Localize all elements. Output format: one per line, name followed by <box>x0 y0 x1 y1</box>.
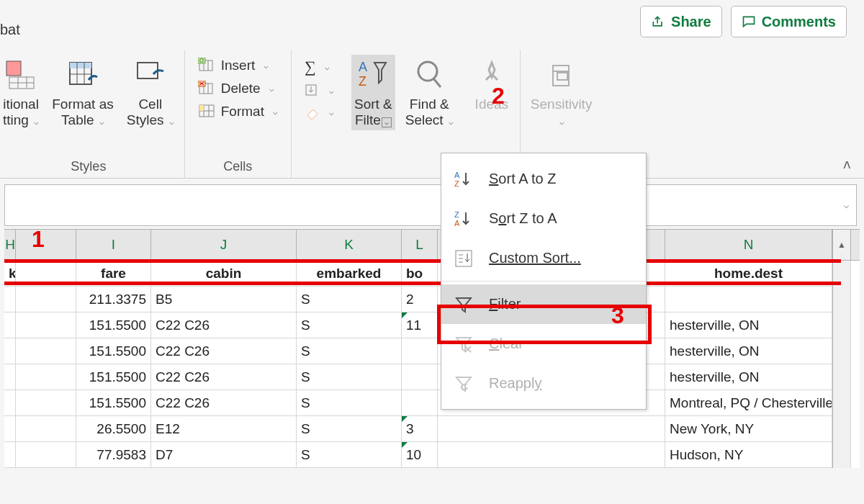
svg-text:A: A <box>359 60 367 74</box>
conditional-formatting-button[interactable]: itionaltting ⌵ <box>0 55 42 130</box>
col-k[interactable]: K <box>297 230 402 260</box>
sensitivity-button[interactable]: Sensitivity⌵ <box>528 55 595 130</box>
styles-group-label: Styles <box>0 159 177 179</box>
svg-text:Z: Z <box>359 74 366 89</box>
share-button[interactable]: Share <box>640 6 722 37</box>
table-row[interactable]: 77.9583 D7 S 10 Hudson, NY <box>4 442 860 468</box>
editing-group: ∑⌵ ⌵ ⌵ A Z So <box>292 50 464 179</box>
format-icon <box>198 104 215 120</box>
fill-button[interactable]: ⌵ <box>299 81 340 101</box>
svg-rect-41 <box>456 251 472 266</box>
svg-rect-0 <box>6 61 21 76</box>
svg-rect-28 <box>199 105 204 111</box>
sort-filter-button[interactable]: A Z Sort &Filte⌵ <box>351 55 395 130</box>
autosum-button[interactable]: ∑⌵ <box>299 55 340 79</box>
table-row[interactable]: 151.5500 C22 C26 S 11 hesterville, ON <box>4 312 860 338</box>
cells-group-label: Cells <box>192 159 284 179</box>
clear-button[interactable]: ⌵ <box>299 102 340 122</box>
cell-styles-icon <box>132 56 168 95</box>
collapse-ribbon-button[interactable]: ʌ <box>843 156 851 172</box>
svg-rect-35 <box>557 73 567 80</box>
format-as-table-button[interactable]: Format asTable ⌵ <box>49 55 117 130</box>
comments-label: Comments <box>762 14 836 30</box>
svg-text:Z: Z <box>454 179 459 188</box>
table-row[interactable]: 151.5500 C22 C26 S hesterville, ON <box>4 364 860 390</box>
menu-filter[interactable]: Filter <box>441 284 646 324</box>
format-as-table-icon <box>65 56 101 95</box>
svg-rect-10 <box>138 63 158 78</box>
formula-bar-expand[interactable]: ⌵ <box>844 200 849 210</box>
table-row[interactable]: 151.5500 C22 C26 S Montreal, PQ / Cheste… <box>4 390 860 416</box>
comments-icon <box>742 14 756 29</box>
col-h[interactable]: H <box>4 230 16 260</box>
cells-group: Insert⌵ Delete⌵ Format⌵ Cells <box>185 50 292 179</box>
ribbon-tab-partial[interactable]: bat <box>0 22 20 38</box>
svg-text:Z: Z <box>454 210 459 219</box>
svg-rect-34 <box>553 66 569 86</box>
table-row[interactable]: 211.3375 B5 S 2 <box>4 287 860 312</box>
format-button[interactable]: Format⌵ <box>192 101 284 122</box>
table-row[interactable]: 151.5500 C22 C26 S hesterville, ON <box>4 338 860 364</box>
svg-text:A: A <box>454 219 460 228</box>
spreadsheet: 1 H I J K L N ▲ ket fare cabin embarked … <box>4 229 860 468</box>
delete-icon <box>198 81 215 96</box>
share-label: Share <box>671 14 711 30</box>
ribbon: bat Share Comments itionaltting ⌵ <box>0 0 864 179</box>
fill-icon <box>305 84 320 98</box>
menu-clear: Clear <box>441 324 646 364</box>
menu-sort-za[interactable]: ZA Sort Z to A <box>441 199 646 238</box>
col-l[interactable]: L <box>402 230 438 260</box>
find-select-icon <box>411 56 447 95</box>
delete-button[interactable]: Delete⌵ <box>192 78 284 99</box>
clear-filter-icon <box>453 335 474 354</box>
col-j[interactable]: J <box>151 230 297 260</box>
clear-icon <box>305 105 320 120</box>
col-h-rest[interactable] <box>16 230 76 260</box>
column-headers[interactable]: H I J K L N ▲ <box>4 229 860 261</box>
top-right-buttons: Share Comments <box>640 6 847 37</box>
autosum-icon: ∑ <box>305 58 316 76</box>
sensitivity-icon <box>544 56 580 95</box>
comments-button[interactable]: Comments <box>731 6 847 37</box>
custom-sort-icon <box>453 249 474 268</box>
menu-custom-sort[interactable]: Custom Sort... <box>441 238 646 278</box>
svg-text:A: A <box>454 171 460 179</box>
share-icon <box>651 14 665 29</box>
cell-styles-button[interactable]: CellStyles ⌵ <box>124 55 177 130</box>
insert-button[interactable]: Insert⌵ <box>192 55 284 76</box>
ideas-icon <box>474 56 510 95</box>
scroll-up[interactable]: ▲ <box>832 230 851 260</box>
reapply-icon <box>453 374 474 393</box>
col-i[interactable]: I <box>76 230 151 260</box>
styles-group: itionaltting ⌵ Format asTable ⌵ CellStyl… <box>0 50 185 179</box>
conditional-formatting-icon <box>3 56 39 95</box>
svg-line-33 <box>433 78 441 87</box>
filter-icon <box>453 295 474 314</box>
table-row[interactable]: 26.5500 E12 S 3 New York, NY <box>4 416 860 442</box>
sort-filter-dropdown: AZ Sort A to Z ZA Sort Z to A Custom Sor… <box>441 153 647 410</box>
find-select-button[interactable]: Find &Select ⌵ <box>402 55 456 130</box>
insert-icon <box>198 58 215 73</box>
table-header-row[interactable]: ket fare cabin embarked bo home.dest <box>4 261 860 287</box>
sort-filter-icon: A Z <box>355 56 391 95</box>
menu-sort-az[interactable]: AZ Sort A to Z <box>441 159 646 199</box>
ideas-button[interactable]: Ideas <box>471 55 513 114</box>
col-n[interactable]: N <box>665 230 832 260</box>
editing-group-label <box>299 174 456 179</box>
svg-rect-6 <box>70 63 91 68</box>
menu-reapply: Reapply <box>441 364 646 403</box>
sort-za-icon: ZA <box>453 210 474 228</box>
grid[interactable]: ket fare cabin embarked bo home.dest 211… <box>4 261 860 468</box>
sort-az-icon: AZ <box>453 170 474 189</box>
formula-bar[interactable]: ⌵ <box>4 184 857 226</box>
